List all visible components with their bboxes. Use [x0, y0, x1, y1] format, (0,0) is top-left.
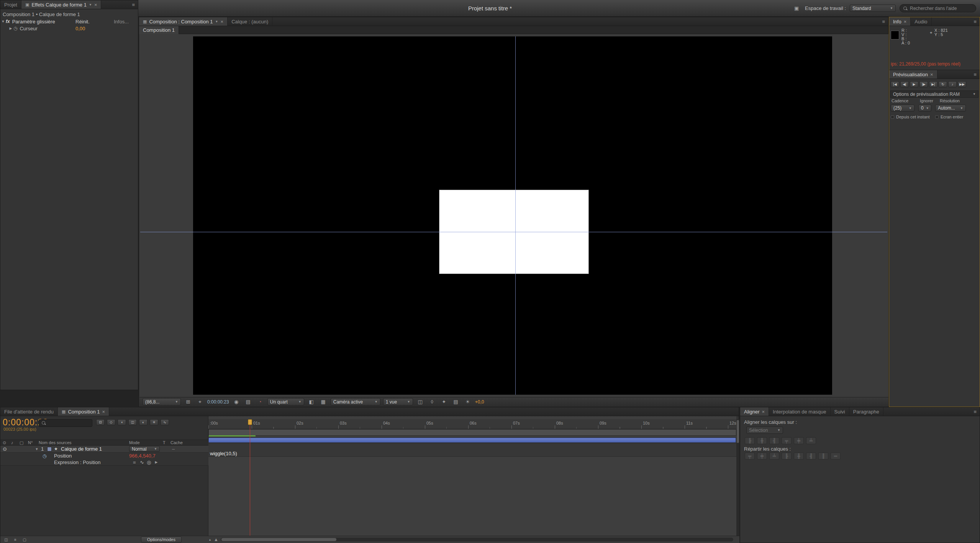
horizontal-guide[interactable]	[140, 232, 887, 232]
twirl-closed-icon[interactable]: ▶	[8, 26, 13, 30]
panel-menu-icon[interactable]: ≡	[129, 0, 138, 9]
expression-row[interactable]: Expression : Position = ∿ ◎ ▶	[0, 459, 208, 466]
tab-align[interactable]: Aligner ×	[740, 407, 769, 416]
tab-tracker[interactable]: Suivi	[831, 407, 849, 416]
next-frame-button[interactable]: |▶	[919, 81, 928, 87]
layer-name[interactable]: Calque de forme 1	[61, 446, 102, 452]
layer-visibility-icon[interactable]: ⊙	[3, 446, 7, 452]
position-label[interactable]: Position	[54, 453, 72, 459]
tab-paragraph[interactable]: Paragraphe	[849, 407, 883, 416]
close-icon[interactable]: ×	[930, 72, 933, 77]
last-frame-button[interactable]: ▶|	[929, 81, 937, 87]
column-number[interactable]: N°	[28, 440, 33, 445]
mask-visibility-icon[interactable]: ⌖	[195, 398, 205, 405]
draft-3d-icon[interactable]: ◇	[107, 419, 115, 425]
panel-menu-icon[interactable]: ≡	[970, 407, 980, 416]
subtab-composition-1[interactable]: Composition 1	[139, 26, 179, 34]
align-center-horizontal-icon[interactable]: ╫	[757, 437, 767, 444]
align-top-icon[interactable]: ╤	[782, 437, 792, 444]
brainstorm-icon[interactable]: ✳	[150, 419, 158, 425]
fullscreen-checkbox[interactable]	[935, 115, 939, 119]
expression-text[interactable]: wiggle(10,5)	[210, 451, 237, 456]
expand-inout-icon[interactable]: ▢	[21, 537, 28, 542]
expression-track[interactable]: wiggle(10,5)	[208, 450, 736, 457]
distribute-left-icon[interactable]: ╟	[782, 453, 792, 459]
resolution-select[interactable]: Un quart ▼	[267, 398, 304, 405]
show-snapshot-icon[interactable]: ▤	[244, 398, 253, 405]
tab-audio[interactable]: Audio	[911, 17, 931, 26]
fullscreen-option[interactable]: Ecran entier	[935, 115, 963, 119]
close-icon[interactable]: ×	[102, 409, 105, 415]
pixel-aspect-icon[interactable]: ◊	[428, 398, 437, 405]
tab-info[interactable]: Info ×	[889, 17, 911, 26]
expand-transfer-icon[interactable]: ≡	[12, 537, 19, 542]
expression-language-icon[interactable]: ▶	[154, 460, 159, 464]
region-of-interest-icon[interactable]: ◧	[307, 398, 316, 405]
current-time-indicator-handle[interactable]	[248, 419, 252, 425]
distribute-v-space-icon[interactable]: ═	[831, 453, 841, 459]
tab-previsualisation[interactable]: Prévisualisation ×	[889, 70, 937, 79]
info-link[interactable]: Infos...	[114, 19, 129, 25]
preview-resolution-select[interactable]: Autom... ▼	[935, 105, 966, 112]
timeline-search-input[interactable]	[48, 420, 86, 426]
distribute-top-icon[interactable]: ╤	[745, 453, 755, 459]
tab-layer[interactable]: Calque : (aucun)	[228, 17, 272, 26]
position-stopwatch-icon[interactable]: ◷	[43, 453, 46, 459]
layer-row[interactable]: ⊙ ▼ 1 ★ Calque de forme 1 Normal ▼ ‒	[0, 446, 208, 453]
vertical-guide[interactable]	[515, 36, 516, 395]
help-search[interactable]	[900, 4, 976, 12]
blend-mode-select[interactable]: Normal ▼	[129, 446, 160, 452]
expression-graph-icon[interactable]: ∿	[140, 459, 144, 465]
twirl-open-icon[interactable]: ▼	[0, 20, 6, 23]
scrollbar-thumb[interactable]	[737, 420, 739, 443]
tab-effets[interactable]: ▣ Effets Calque de forme 1 ▼ ×	[21, 0, 102, 9]
expand-switches-icon[interactable]: ◫	[3, 537, 10, 542]
timeline-button-icon[interactable]: ▤	[451, 398, 461, 405]
composition-viewer[interactable]	[139, 34, 888, 397]
layer-twirl-icon[interactable]: ▼	[34, 447, 39, 451]
distribute-right-icon[interactable]: ╢	[806, 453, 816, 459]
options-modes-button[interactable]: Options/modes	[141, 536, 182, 543]
from-current-checkbox[interactable]	[891, 115, 894, 119]
play-button[interactable]: ▶	[910, 81, 918, 87]
work-area-bar[interactable]	[208, 429, 736, 436]
motion-blur-icon[interactable]: ◐	[139, 419, 147, 425]
from-current-option[interactable]: Depuis cet instant	[891, 115, 929, 119]
playhead[interactable]	[250, 419, 250, 536]
scrollbar-thumb[interactable]	[221, 538, 336, 541]
close-icon[interactable]: ×	[94, 2, 97, 8]
effect-name[interactable]: Paramètre glissière	[12, 19, 55, 25]
column-mode[interactable]: Mode	[129, 440, 140, 445]
magnification-select[interactable]: (86,8... ▼	[143, 398, 181, 405]
camera-select[interactable]: Caméra active ▼	[331, 398, 380, 405]
position-property-row[interactable]: ◷ Position 966,4,540,7	[0, 453, 208, 459]
transparency-grid-icon[interactable]: ▦	[319, 398, 328, 405]
exposure-value[interactable]: +0,0	[475, 399, 484, 405]
timeline-horizontal-scrollbar[interactable]: ▲ ▲	[208, 537, 733, 542]
audio-toggle-button[interactable]: ♪	[948, 81, 957, 87]
panel-menu-icon[interactable]: ≡	[970, 70, 980, 79]
workspace-select[interactable]: Standard ▼	[850, 5, 896, 12]
composition-mini-flowchart-icon[interactable]: ⊡	[96, 419, 105, 425]
tab-timeline-composition[interactable]: ▦ Composition 1 ×	[58, 407, 109, 416]
fast-preview-icon[interactable]: ✦	[439, 398, 449, 405]
distribute-h-space-icon[interactable]: ║	[818, 453, 828, 459]
frame-blending-icon[interactable]: ◫	[128, 419, 137, 425]
timeline-search[interactable]	[39, 419, 92, 427]
first-frame-button[interactable]: |◀	[891, 81, 899, 87]
graph-editor-icon[interactable]: ∿	[161, 419, 169, 425]
align-center-vertical-icon[interactable]: ╪	[794, 437, 804, 444]
hide-shy-layers-icon[interactable]: ◖	[118, 419, 126, 425]
ignore-select[interactable]: 0 ▼	[918, 105, 931, 112]
tab-render-queue[interactable]: File d'attente de rendu	[0, 407, 58, 416]
comp-timecode[interactable]: 0:00:00:23	[207, 399, 229, 405]
tab-mask-interpolation[interactable]: Interpolation de masque	[769, 407, 830, 416]
help-search-input[interactable]	[910, 6, 971, 11]
scrollbar-track[interactable]	[221, 538, 733, 541]
timeline-vertical-scrollbar[interactable]	[736, 419, 739, 536]
tab-composition[interactable]: ▦ Composition : Composition 1 ▼ ×	[139, 17, 228, 26]
column-cache[interactable]: Cache	[170, 440, 183, 445]
close-icon[interactable]: ×	[904, 19, 907, 25]
column-t[interactable]: T	[163, 440, 166, 445]
panel-menu-icon[interactable]: ≡	[879, 17, 888, 26]
